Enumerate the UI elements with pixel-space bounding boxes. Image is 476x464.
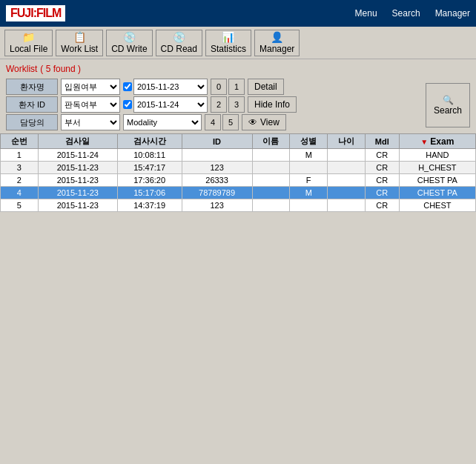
cell-0: 5 (1, 199, 39, 212)
num-2-button[interactable]: 2 (211, 96, 227, 113)
cd-read-icon: 💿 (173, 31, 185, 43)
worklist-title: Worklist ( 5 found ) (0, 59, 476, 76)
doctor-select[interactable]: 부서 (61, 114, 120, 130)
num-1-button[interactable]: 1 (228, 79, 245, 95)
cd-read-label: CD Read (161, 44, 197, 54)
cell-4 (252, 187, 290, 199)
label-patient-name: 환자명 (6, 79, 58, 95)
cell-7: CR (365, 199, 399, 212)
cell-2: 14:37:19 (117, 199, 182, 212)
col-age: 나이 (328, 134, 366, 149)
col-time: 검사시간 (117, 134, 182, 149)
cell-1: 2015-11-23 (38, 199, 117, 212)
cell-5 (290, 162, 328, 174)
nav-menu-item[interactable]: Menu (355, 8, 377, 19)
worklist-title-text: Worklist (6, 64, 37, 74)
cell-6 (328, 199, 366, 212)
cell-7: CR (365, 187, 399, 199)
num-group-1: 0 1 (211, 79, 245, 95)
date-range-2: 2015-11-24 (123, 96, 208, 113)
cell-2: 15:47:17 (117, 162, 182, 174)
date1-select[interactable]: 2015-11-23 (133, 79, 208, 95)
cell-4 (252, 199, 290, 212)
col-date: 검사일 (38, 134, 117, 149)
date2-select[interactable]: 2015-11-24 (133, 96, 208, 113)
nav-menu: Menu Search Manager (355, 8, 470, 19)
work-list-icon: 📋 (73, 31, 86, 43)
date-range-1: 2015-11-23 (123, 79, 208, 95)
cell-2: 15:17:06 (117, 187, 182, 199)
num-4-button[interactable]: 4 (205, 114, 221, 130)
cell-4 (252, 149, 290, 162)
cell-4 (252, 174, 290, 187)
cell-1: 2015-11-24 (38, 149, 117, 162)
col-exam: ▼ Exam (399, 134, 475, 149)
table-row[interactable]: 22015-11-2317:36:2026333FCRCHEST PA (1, 174, 476, 187)
col-gender: 성별 (290, 134, 328, 149)
hide-info-button[interactable]: Hide Info (248, 96, 297, 113)
cell-3: 78789789 (182, 187, 252, 199)
cell-0: 3 (1, 162, 39, 174)
table-row[interactable]: 52015-11-2314:37:19123CRCHEST (1, 199, 476, 212)
cell-2: 10:08:11 (117, 149, 182, 162)
cell-6 (328, 162, 366, 174)
search-row-2: 환자 ID 판독여부 2015-11-24 2 3 Hide Info (6, 96, 470, 113)
cell-7: CR (365, 162, 399, 174)
cell-0: 2 (1, 174, 39, 187)
cell-1: 2015-11-23 (38, 174, 117, 187)
hide-info-label: Hide Info (254, 99, 290, 110)
col-exam-label: Exam (430, 136, 454, 147)
table-row[interactable]: 12015-11-2410:08:11MCRHAND (1, 149, 476, 162)
search-label: Search (434, 105, 462, 116)
cell-6 (328, 149, 366, 162)
cell-5 (290, 199, 328, 212)
num-3-button[interactable]: 3 (228, 96, 245, 113)
num-0-button[interactable]: 0 (211, 79, 227, 95)
manager-button[interactable]: 👤 Manager (254, 30, 300, 56)
table-row[interactable]: 32015-11-2315:47:17123CRH_CHEST (1, 162, 476, 174)
view-label: View (260, 117, 280, 127)
col-num: 순번 (1, 134, 39, 149)
statistics-button[interactable]: 📊 Statistics (205, 30, 251, 56)
cell-8: H_CHEST (399, 162, 475, 174)
cell-3: 26333 (182, 174, 252, 187)
cell-6 (328, 187, 366, 199)
worklist-table: 순번 검사일 검사시간 ID 이름 성별 나이 Mdl ▼ Exam 12015… (0, 133, 476, 212)
search-button[interactable]: 🔍 Search (426, 83, 470, 127)
work-list-button[interactable]: 📋 Work List (56, 30, 103, 56)
cell-2: 17:36:20 (117, 174, 182, 187)
cell-8: CHEST PA (399, 174, 475, 187)
table-row[interactable]: 42015-11-2315:17:0678789789MCRCHEST PA (1, 187, 476, 199)
search-panel: 환자명 입원여부 2015-11-23 0 1 Detail 환자 ID 판독여… (0, 76, 476, 133)
cell-8: CHEST PA (399, 187, 475, 199)
date1-checkbox[interactable] (123, 82, 132, 91)
modality-select[interactable]: Modality (123, 114, 202, 130)
detail-button[interactable]: Detail (248, 79, 284, 95)
local-file-icon: 📁 (22, 31, 35, 43)
cd-write-button[interactable]: 💿 CD Write (106, 30, 152, 56)
nav-manager-item[interactable]: Manager (435, 8, 470, 19)
view-button[interactable]: 👁 View (242, 114, 286, 130)
statistics-icon: 📊 (222, 31, 234, 43)
date2-checkbox[interactable] (123, 100, 132, 109)
cd-write-label: CD Write (111, 44, 147, 54)
header: FUJI:FILM Menu Search Manager (0, 0, 476, 27)
nav-search-item[interactable]: Search (392, 8, 420, 19)
search-row-3: 담당의 부서 Modality 4 5 👁 View (6, 114, 470, 130)
table-body: 12015-11-2410:08:11MCRHAND32015-11-2315:… (1, 149, 476, 212)
num-group-3: 4 5 (205, 114, 239, 130)
cell-0: 1 (1, 149, 39, 162)
table-header-row: 순번 검사일 검사시간 ID 이름 성별 나이 Mdl ▼ Exam (1, 134, 476, 149)
view-icon: 👁 (248, 117, 257, 127)
cd-read-button[interactable]: 💿 CD Read (156, 30, 202, 56)
label-patient-id: 환자 ID (6, 96, 58, 113)
sort-icon: ▼ (420, 138, 428, 146)
local-file-button[interactable]: 📁 Local File (4, 30, 53, 56)
num-5-button[interactable]: 5 (222, 114, 239, 130)
col-id: ID (182, 134, 252, 149)
patient-name-select[interactable]: 입원여부 (61, 79, 120, 95)
patient-id-select[interactable]: 판독여부 (61, 96, 120, 113)
work-list-label: Work List (61, 44, 98, 54)
logo-film: FILM (36, 7, 61, 20)
cell-3: 123 (182, 199, 252, 212)
